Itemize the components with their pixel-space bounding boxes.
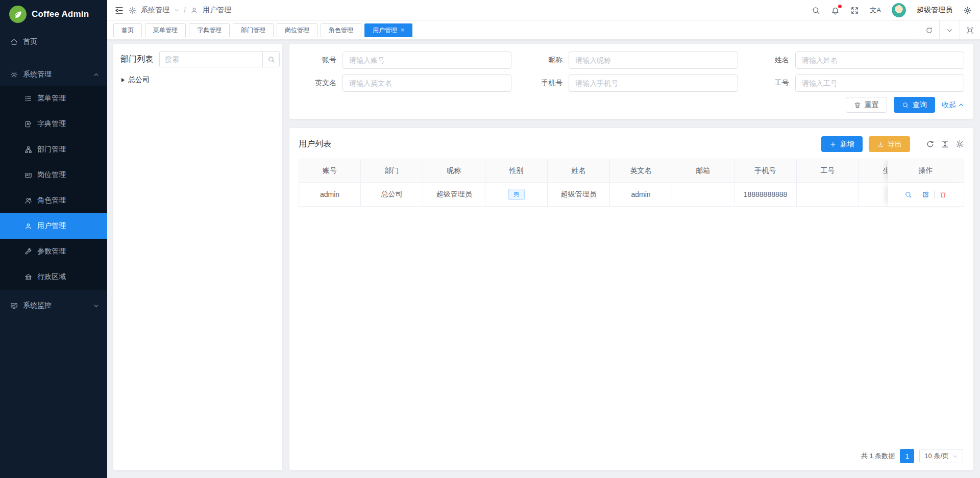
field-label: 英文名 (299, 79, 342, 88)
dictionary-icon (24, 120, 32, 128)
sidebar-item-label: 首页 (23, 37, 37, 46)
page-size-select[interactable]: 10 条/页 (919, 449, 963, 463)
tab-post-mgmt[interactable]: 岗位管理 (277, 23, 317, 37)
field-work-no: 工号 (751, 74, 964, 92)
sidebar-item-label: 角色管理 (37, 196, 66, 205)
work-no-input[interactable] (795, 74, 964, 92)
user-icon (190, 7, 198, 14)
tab-menu-dropdown[interactable] (939, 20, 960, 40)
sidebar-item-label: 菜单管理 (37, 94, 66, 103)
col-name: 姓名 (548, 159, 610, 183)
field-label: 工号 (751, 79, 795, 88)
user-list-header: 用户列表 新增 导出 (299, 136, 964, 152)
view-row-button[interactable] (904, 191, 912, 198)
tab-role-mgmt[interactable]: 角色管理 (321, 23, 361, 37)
settings-button[interactable] (963, 6, 972, 15)
sidebar-item-home[interactable]: 首页 (0, 32, 107, 52)
sidebar-item-role-mgmt[interactable]: 角色管理 (0, 188, 107, 213)
tab-menu-mgmt[interactable]: 菜单管理 (145, 23, 186, 37)
row-height-button[interactable] (941, 140, 949, 148)
current-user-name[interactable]: 超级管理员 (917, 6, 952, 15)
tree-node-company[interactable]: 总公司 (120, 76, 275, 85)
tab-user-mgmt[interactable]: 用户管理 × (364, 23, 412, 37)
search-icon (812, 6, 820, 15)
collapse-form-link[interactable]: 收起 (942, 100, 964, 110)
user-icon (24, 222, 32, 230)
user-search-form: 账号 昵称 姓名 英文名 (289, 44, 973, 119)
user-table-scroll-area[interactable]: 账号 部门 昵称 性别 姓名 英文名 邮箱 手机号 工号 生日 (299, 159, 964, 443)
sidebar-item-user-mgmt[interactable]: 用户管理 (0, 213, 107, 239)
sidebar-item-system[interactable]: 系统管理 (0, 63, 107, 86)
column-settings-button[interactable] (955, 140, 964, 148)
sidebar-collapse-button[interactable] (114, 6, 124, 15)
field-english-name: 英文名 (299, 74, 511, 92)
sidebar-item-param-mgmt[interactable]: 参数管理 (0, 239, 107, 264)
global-search-button[interactable] (812, 6, 820, 15)
sidebar-submenu-system: 菜单管理 字典管理 部门管理 岗位管理 角色管理 (0, 86, 107, 290)
add-user-button[interactable]: 新增 (821, 136, 863, 152)
cell-gender: 男 (485, 183, 548, 207)
chevron-down-icon (93, 303, 99, 309)
tab-home[interactable]: 首页 (113, 23, 142, 37)
page-button-1[interactable]: 1 (900, 449, 914, 463)
caret-right-icon[interactable] (121, 78, 125, 82)
department-search-button[interactable] (262, 51, 280, 67)
phone-input[interactable] (569, 74, 738, 92)
main-area: 系统管理 / 用户管理 文A (107, 0, 980, 478)
fullscreen-button[interactable] (850, 6, 859, 15)
department-search-input[interactable] (159, 51, 262, 67)
sidebar-item-menu-mgmt[interactable]: 菜单管理 (0, 86, 107, 111)
content-fullscreen-button[interactable] (960, 20, 980, 40)
cell-department: 总公司 (361, 183, 423, 207)
user-table: 账号 部门 昵称 性别 姓名 英文名 邮箱 手机号 工号 生日 (299, 159, 964, 207)
close-icon[interactable]: × (401, 27, 404, 33)
account-input[interactable] (342, 52, 511, 69)
sidebar-item-label: 系统管理 (23, 70, 52, 79)
export-button[interactable]: 导出 (869, 136, 910, 152)
id-card-icon (24, 171, 32, 179)
sidebar-item-label: 部门管理 (37, 145, 66, 154)
trash-icon (854, 102, 861, 109)
table-toolbar: 新增 导出 (821, 136, 964, 152)
sidebar-item-post-mgmt[interactable]: 岗位管理 (0, 162, 107, 188)
notification-button[interactable] (831, 6, 840, 15)
chevron-down-icon (952, 454, 958, 459)
sidebar-item-dict-mgmt[interactable]: 字典管理 (0, 111, 107, 137)
tree-node-label: 总公司 (128, 76, 150, 85)
tab-dept-mgmt[interactable]: 部门管理 (233, 23, 274, 37)
refresh-tab-button[interactable] (919, 20, 939, 40)
table-row[interactable]: admin 总公司 超级管理员 男 超级管理员 admin 1888888888… (299, 183, 964, 207)
avatar[interactable] (892, 3, 906, 17)
sidebar-item-label: 行政区域 (37, 272, 66, 282)
user-list-title: 用户列表 (299, 139, 331, 149)
chevron-down-icon (174, 8, 179, 13)
english-name-input[interactable] (342, 74, 511, 92)
language-switch-button[interactable]: 文A (870, 6, 881, 15)
nickname-input[interactable] (569, 52, 738, 69)
sidebar-item-monitor[interactable]: 系统监控 (0, 294, 107, 317)
cell-email (672, 183, 734, 207)
gear-icon (955, 140, 964, 148)
search-icon (904, 191, 912, 198)
tab-tools (919, 20, 980, 40)
sidebar-item-dept-mgmt[interactable]: 部门管理 (0, 137, 107, 162)
edit-row-button[interactable] (922, 191, 929, 198)
toolbar-divider (918, 140, 918, 148)
query-button[interactable]: 查询 (894, 97, 935, 113)
app-logo[interactable]: Coffee Admin (0, 0, 107, 29)
cell-work-no (797, 183, 859, 207)
plus-icon (829, 141, 837, 148)
reset-button[interactable]: 重置 (846, 97, 887, 113)
refresh-table-button[interactable] (926, 140, 935, 148)
tab-dict-mgmt[interactable]: 字典管理 (189, 23, 230, 37)
monitor-chart-icon (10, 302, 18, 310)
breadcrumb-level1[interactable]: 系统管理 (141, 6, 169, 15)
delete-row-button[interactable] (939, 191, 947, 198)
breadcrumb-separator: / (184, 6, 186, 14)
field-label: 昵称 (525, 56, 569, 65)
sidebar-item-admin-region[interactable]: 行政区域 (0, 264, 107, 290)
collapse-menu-icon (114, 6, 124, 15)
leaf-logo-icon (9, 6, 27, 23)
chevron-down-icon (946, 27, 953, 34)
name-input[interactable] (795, 52, 964, 69)
